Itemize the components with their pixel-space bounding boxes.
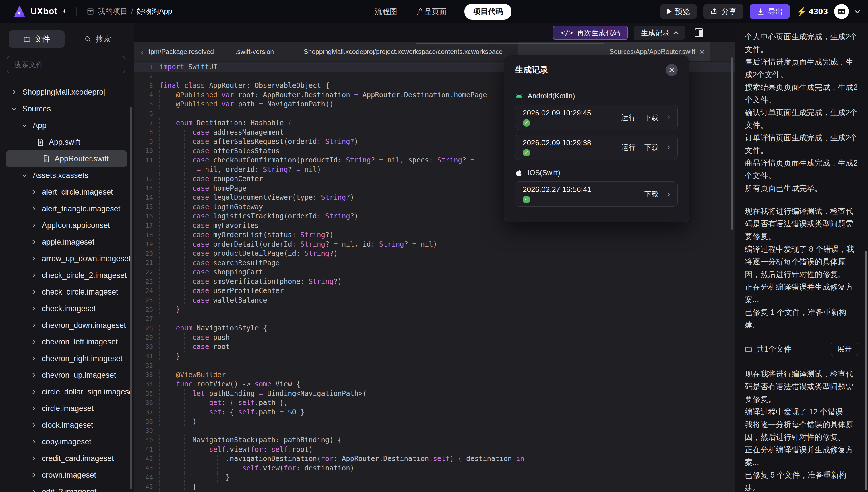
breadcrumb-root[interactable]: 我的项目 — [98, 6, 128, 16]
regenerate-code-button[interactable]: </> 再次生成代码 — [553, 26, 628, 40]
code-line: 40NavigationStack(path: pathBinding) { — [134, 436, 735, 445]
assistant-panel: 个人中心页面生成完成，生成2个文件。 售后详情进度页面生成完成，生成2个文件。 … — [735, 23, 868, 492]
tree-item-folder[interactable]: alert_triangle.imageset — [0, 200, 131, 217]
chevron-down-icon — [21, 122, 28, 129]
chevron-right-icon — [30, 405, 37, 412]
chevron-down-icon[interactable] — [854, 8, 860, 14]
code-line: 27 — [134, 314, 735, 324]
code-text: case smsVerification(phone: String?) — [193, 277, 342, 286]
code-text: case shoppingCart — [193, 268, 263, 276]
tree-item-label: Assets.xcassets — [33, 171, 89, 180]
download-button[interactable]: 下载 — [644, 190, 659, 199]
tree-item-file[interactable]: App.swift — [0, 134, 131, 150]
tree-item-folder[interactable]: chevron_right.imageset — [0, 350, 131, 367]
editor-tab[interactable]: .swift-version — [221, 43, 289, 61]
sidebar-tab-files[interactable]: 文件 — [8, 30, 65, 48]
generation-history-button[interactable]: 生成记录 — [634, 26, 685, 40]
tree-item-folder[interactable]: arrow_up_down.imageset — [0, 250, 131, 267]
code-line: 39 — [134, 426, 735, 436]
tree-item-label: arrow_up_down.imageset — [42, 254, 131, 263]
code-line: 24case userProfileCenter — [134, 286, 735, 296]
tree-item-label: chevron_left.imageset — [42, 338, 118, 346]
editor-tab[interactable]: ‹tpm/Package.resolved — [134, 43, 221, 61]
editor-tab[interactable]: ShoppingMall.xcodeproj/project.xcworkspa… — [289, 43, 518, 61]
sidebar-tab-search[interactable]: 搜索 — [77, 30, 118, 48]
tree-item-label: check_circle_2.imageset — [42, 271, 127, 280]
run-button[interactable]: 运行 — [621, 143, 636, 152]
tree-item-label: circle_dollar_sign.imageset — [42, 388, 131, 396]
line-number: 21 — [134, 259, 159, 266]
line-number: 36 — [134, 399, 159, 407]
code-text: final class AppRouter: ObservableObject … — [159, 81, 329, 90]
download-button[interactable]: 下载 — [644, 143, 659, 152]
assistant-scrollbar[interactable] — [865, 251, 867, 490]
editor-scrollbar[interactable] — [731, 57, 733, 230]
generation-record-card: 2026.02.09 10:29:38✓运行下载› — [515, 134, 678, 160]
chevron-right-icon — [30, 472, 37, 478]
tree-item-label: Sources — [22, 104, 51, 114]
line-number: 14 — [134, 194, 159, 201]
tree-item-folder[interactable]: circle.imageset — [0, 400, 131, 417]
tree-item-label: App — [33, 121, 47, 130]
code-text: import SwiftUI — [159, 63, 217, 71]
chevron-right-icon[interactable]: › — [667, 113, 670, 122]
tree-item-folder[interactable]: edit_2.imageset — [0, 484, 131, 492]
tree-item-folder[interactable]: check_circle.imageset — [0, 284, 131, 300]
tree-item-folder[interactable]: check.imageset — [0, 300, 131, 317]
code-line: 28enum NavigationStyle { — [134, 323, 735, 333]
tab-product-pages[interactable]: 产品页面 — [415, 4, 448, 20]
tree-item-folder[interactable]: clock.imageset — [0, 417, 131, 434]
file-tree: ShoppingMall.xcodeprojSourcesAppApp.swif… — [0, 84, 131, 492]
line-number: 15 — [134, 203, 159, 211]
tree-item-folder[interactable]: check_circle_2.imageset — [0, 267, 131, 284]
close-icon[interactable]: ✕ — [666, 64, 678, 76]
tab-flowchart[interactable]: 流程图 — [373, 4, 399, 20]
tree-item-folder[interactable]: chevron_up.imageset — [0, 367, 131, 384]
tree-item-folder[interactable]: AppIcon.appiconset — [0, 217, 131, 233]
tree-item-folder[interactable]: credit_card.imageset — [0, 450, 131, 467]
tree-item-folder[interactable]: App — [0, 117, 131, 134]
logo-text: UXbot — [30, 6, 57, 17]
code-text: } — [226, 473, 230, 482]
tree-item-folder[interactable]: alert_circle.imageset — [0, 184, 131, 200]
sidebar-scrollbar[interactable] — [130, 107, 132, 489]
tree-item-label: crown.imageset — [42, 471, 96, 479]
panel-toggle-icon[interactable] — [695, 28, 703, 37]
code-line: 21case searchResultPage — [134, 259, 735, 268]
download-button[interactable]: 下载 — [644, 113, 659, 122]
chevron-down-icon — [11, 106, 17, 112]
code-line: 22case shoppingCart — [134, 268, 735, 277]
code-text: case walletBalance — [193, 296, 267, 304]
avatar[interactable] — [834, 4, 849, 19]
tree-item-file[interactable]: AppRouter.swift — [6, 150, 127, 167]
code-text: case couponCenter — [193, 175, 263, 183]
search-input[interactable] — [7, 56, 125, 73]
expand-button[interactable]: 展开 — [831, 342, 858, 356]
preview-button[interactable]: 预览 — [660, 4, 697, 19]
code-icon: </> — [561, 29, 573, 36]
chevron-right-icon[interactable]: › — [667, 190, 670, 199]
code-line: 26} — [134, 305, 735, 314]
chevron-right-icon — [30, 422, 37, 428]
tree-item-folder[interactable]: chevron_down.imageset — [0, 317, 131, 334]
chevron-left-icon[interactable]: ‹ — [141, 47, 144, 56]
line-number: 26 — [134, 306, 159, 313]
export-button[interactable]: 导出 — [750, 4, 790, 19]
tabbar-scrollbar[interactable] — [416, 43, 604, 44]
tree-item-folder[interactable]: crown.imageset — [0, 467, 131, 484]
tree-item-folder[interactable]: apple.imageset — [0, 233, 131, 250]
tab-project-code[interactable]: 项目代码 — [465, 4, 512, 20]
tree-item-folder[interactable]: ShoppingMall.xcodeproj — [0, 84, 131, 100]
apple-icon — [515, 169, 523, 177]
share-button[interactable]: 分享 — [703, 4, 743, 19]
tree-item-label: chevron_down.imageset — [42, 321, 126, 330]
tree-item-folder[interactable]: copy.imageset — [0, 434, 131, 450]
run-button[interactable]: 运行 — [621, 113, 636, 122]
tree-item-folder[interactable]: Sources — [0, 100, 131, 117]
editor-tab-label: tpm/Package.resolved — [149, 48, 214, 56]
chevron-right-icon[interactable]: › — [667, 143, 670, 152]
tree-item-folder[interactable]: chevron_left.imageset — [0, 334, 131, 350]
tree-item-folder[interactable]: circle_dollar_sign.imageset — [0, 384, 131, 400]
close-icon[interactable]: × — [699, 47, 704, 56]
tree-item-folder[interactable]: Assets.xcassets — [0, 167, 131, 184]
